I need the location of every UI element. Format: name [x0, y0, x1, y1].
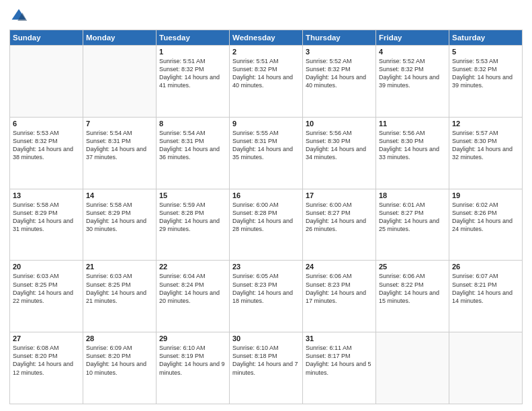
calendar-header-saturday: Saturday: [449, 30, 523, 46]
cell-day-number: 22: [159, 263, 226, 271]
calendar-header-sunday: Sunday: [10, 30, 83, 46]
cell-day-number: 14: [86, 191, 153, 199]
cell-info: Sunrise: 6:09 AM Sunset: 8:20 PM Dayligh…: [86, 344, 153, 377]
calendar-cell: 24Sunrise: 6:06 AM Sunset: 8:23 PM Dayli…: [303, 261, 376, 332]
calendar-cell: 31Sunrise: 6:11 AM Sunset: 8:17 PM Dayli…: [303, 332, 376, 404]
calendar-header-thursday: Thursday: [303, 30, 376, 46]
calendar-cell: 3Sunrise: 5:52 AM Sunset: 8:32 PM Daylig…: [303, 46, 376, 118]
calendar-cell: 10Sunrise: 5:56 AM Sunset: 8:30 PM Dayli…: [303, 117, 376, 189]
cell-day-number: 9: [232, 120, 300, 128]
calendar-cell: 7Sunrise: 5:54 AM Sunset: 8:31 PM Daylig…: [83, 117, 157, 189]
cell-info: Sunrise: 5:55 AM Sunset: 8:31 PM Dayligh…: [232, 129, 300, 162]
calendar-cell: 29Sunrise: 6:10 AM Sunset: 8:19 PM Dayli…: [157, 332, 230, 404]
cell-day-number: 25: [379, 263, 446, 271]
cell-info: Sunrise: 6:11 AM Sunset: 8:17 PM Dayligh…: [306, 344, 373, 377]
calendar-cell: [83, 46, 157, 118]
calendar-cell: 19Sunrise: 6:02 AM Sunset: 8:26 PM Dayli…: [449, 189, 523, 261]
calendar-cell: 18Sunrise: 6:01 AM Sunset: 8:27 PM Dayli…: [376, 189, 449, 261]
calendar-table: SundayMondayTuesdayWednesdayThursdayFrid…: [9, 30, 523, 404]
cell-day-number: 19: [452, 191, 519, 199]
calendar-week-2: 6Sunrise: 5:53 AM Sunset: 8:32 PM Daylig…: [10, 117, 523, 189]
cell-day-number: 24: [306, 263, 373, 271]
calendar-header-wednesday: Wednesday: [230, 30, 303, 46]
cell-info: Sunrise: 5:53 AM Sunset: 8:32 PM Dayligh…: [452, 57, 519, 90]
calendar-cell: 11Sunrise: 5:56 AM Sunset: 8:30 PM Dayli…: [376, 117, 449, 189]
cell-day-number: 27: [13, 334, 80, 342]
calendar-header-monday: Monday: [83, 30, 157, 46]
cell-info: Sunrise: 5:53 AM Sunset: 8:32 PM Dayligh…: [13, 129, 80, 162]
calendar-cell: 12Sunrise: 5:57 AM Sunset: 8:30 PM Dayli…: [449, 117, 523, 189]
calendar-cell: 23Sunrise: 6:05 AM Sunset: 8:23 PM Dayli…: [230, 261, 303, 332]
calendar-cell: 14Sunrise: 5:58 AM Sunset: 8:29 PM Dayli…: [83, 189, 157, 261]
cell-info: Sunrise: 6:02 AM Sunset: 8:26 PM Dayligh…: [452, 201, 519, 234]
logo-icon: [9, 7, 28, 26]
cell-day-number: 16: [232, 191, 300, 199]
cell-info: Sunrise: 5:59 AM Sunset: 8:28 PM Dayligh…: [159, 201, 226, 234]
calendar-cell: 30Sunrise: 6:10 AM Sunset: 8:18 PM Dayli…: [230, 332, 303, 404]
calendar-cell: 26Sunrise: 6:07 AM Sunset: 8:21 PM Dayli…: [449, 261, 523, 332]
cell-day-number: 12: [452, 120, 519, 128]
calendar-week-3: 13Sunrise: 5:58 AM Sunset: 8:29 PM Dayli…: [10, 189, 523, 261]
cell-day-number: 23: [232, 263, 300, 271]
cell-day-number: 30: [232, 334, 300, 342]
cell-day-number: 6: [13, 120, 80, 128]
calendar-cell: 27Sunrise: 6:08 AM Sunset: 8:20 PM Dayli…: [10, 332, 83, 404]
cell-info: Sunrise: 6:00 AM Sunset: 8:27 PM Dayligh…: [306, 201, 373, 234]
cell-info: Sunrise: 5:51 AM Sunset: 8:32 PM Dayligh…: [232, 57, 300, 90]
calendar-cell: 2Sunrise: 5:51 AM Sunset: 8:32 PM Daylig…: [230, 46, 303, 118]
cell-day-number: 29: [159, 334, 226, 342]
cell-day-number: 2: [232, 48, 300, 56]
cell-info: Sunrise: 5:56 AM Sunset: 8:30 PM Dayligh…: [379, 129, 446, 162]
cell-day-number: 17: [306, 191, 373, 199]
logo: [9, 7, 31, 26]
cell-info: Sunrise: 5:58 AM Sunset: 8:29 PM Dayligh…: [86, 201, 153, 234]
calendar-cell: 9Sunrise: 5:55 AM Sunset: 8:31 PM Daylig…: [230, 117, 303, 189]
cell-info: Sunrise: 6:03 AM Sunset: 8:25 PM Dayligh…: [86, 272, 153, 305]
calendar-cell: 13Sunrise: 5:58 AM Sunset: 8:29 PM Dayli…: [10, 189, 83, 261]
cell-day-number: 3: [306, 48, 373, 56]
header: [9, 7, 523, 26]
calendar-cell: 5Sunrise: 5:53 AM Sunset: 8:32 PM Daylig…: [449, 46, 523, 118]
calendar-cell: 22Sunrise: 6:04 AM Sunset: 8:24 PM Dayli…: [157, 261, 230, 332]
calendar-header-tuesday: Tuesday: [157, 30, 230, 46]
calendar-cell: [449, 332, 523, 404]
cell-day-number: 15: [159, 191, 226, 199]
page: SundayMondayTuesdayWednesdayThursdayFrid…: [0, 0, 532, 411]
cell-info: Sunrise: 6:10 AM Sunset: 8:19 PM Dayligh…: [159, 344, 226, 377]
cell-info: Sunrise: 6:06 AM Sunset: 8:22 PM Dayligh…: [379, 272, 446, 305]
calendar-cell: 17Sunrise: 6:00 AM Sunset: 8:27 PM Dayli…: [303, 189, 376, 261]
cell-day-number: 10: [306, 120, 373, 128]
cell-info: Sunrise: 6:06 AM Sunset: 8:23 PM Dayligh…: [306, 272, 373, 305]
calendar-week-5: 27Sunrise: 6:08 AM Sunset: 8:20 PM Dayli…: [10, 332, 523, 404]
cell-info: Sunrise: 6:07 AM Sunset: 8:21 PM Dayligh…: [452, 272, 519, 305]
cell-info: Sunrise: 6:08 AM Sunset: 8:20 PM Dayligh…: [13, 344, 80, 377]
cell-info: Sunrise: 5:57 AM Sunset: 8:30 PM Dayligh…: [452, 129, 519, 162]
cell-day-number: 8: [159, 120, 226, 128]
calendar-week-1: 1Sunrise: 5:51 AM Sunset: 8:32 PM Daylig…: [10, 46, 523, 118]
cell-day-number: 28: [86, 334, 153, 342]
calendar-cell: 28Sunrise: 6:09 AM Sunset: 8:20 PM Dayli…: [83, 332, 157, 404]
cell-info: Sunrise: 6:04 AM Sunset: 8:24 PM Dayligh…: [159, 272, 226, 305]
cell-day-number: 31: [306, 334, 373, 342]
cell-day-number: 13: [13, 191, 80, 199]
cell-info: Sunrise: 5:52 AM Sunset: 8:32 PM Dayligh…: [379, 57, 446, 90]
cell-info: Sunrise: 6:03 AM Sunset: 8:25 PM Dayligh…: [13, 272, 80, 305]
calendar-cell: 16Sunrise: 6:00 AM Sunset: 8:28 PM Dayli…: [230, 189, 303, 261]
cell-info: Sunrise: 5:54 AM Sunset: 8:31 PM Dayligh…: [159, 129, 226, 162]
cell-day-number: 26: [452, 263, 519, 271]
calendar-header-friday: Friday: [376, 30, 449, 46]
cell-info: Sunrise: 5:56 AM Sunset: 8:30 PM Dayligh…: [306, 129, 373, 162]
calendar-cell: 20Sunrise: 6:03 AM Sunset: 8:25 PM Dayli…: [10, 261, 83, 332]
cell-day-number: 11: [379, 120, 446, 128]
cell-info: Sunrise: 5:54 AM Sunset: 8:31 PM Dayligh…: [86, 129, 153, 162]
cell-day-number: 5: [452, 48, 519, 56]
cell-info: Sunrise: 6:05 AM Sunset: 8:23 PM Dayligh…: [232, 272, 300, 305]
calendar-cell: [376, 332, 449, 404]
cell-info: Sunrise: 6:00 AM Sunset: 8:28 PM Dayligh…: [232, 201, 300, 234]
calendar-cell: 15Sunrise: 5:59 AM Sunset: 8:28 PM Dayli…: [157, 189, 230, 261]
calendar-cell: 8Sunrise: 5:54 AM Sunset: 8:31 PM Daylig…: [157, 117, 230, 189]
cell-info: Sunrise: 5:52 AM Sunset: 8:32 PM Dayligh…: [306, 57, 373, 90]
calendar-week-4: 20Sunrise: 6:03 AM Sunset: 8:25 PM Dayli…: [10, 261, 523, 332]
cell-day-number: 20: [13, 263, 80, 271]
cell-info: Sunrise: 6:01 AM Sunset: 8:27 PM Dayligh…: [379, 201, 446, 234]
